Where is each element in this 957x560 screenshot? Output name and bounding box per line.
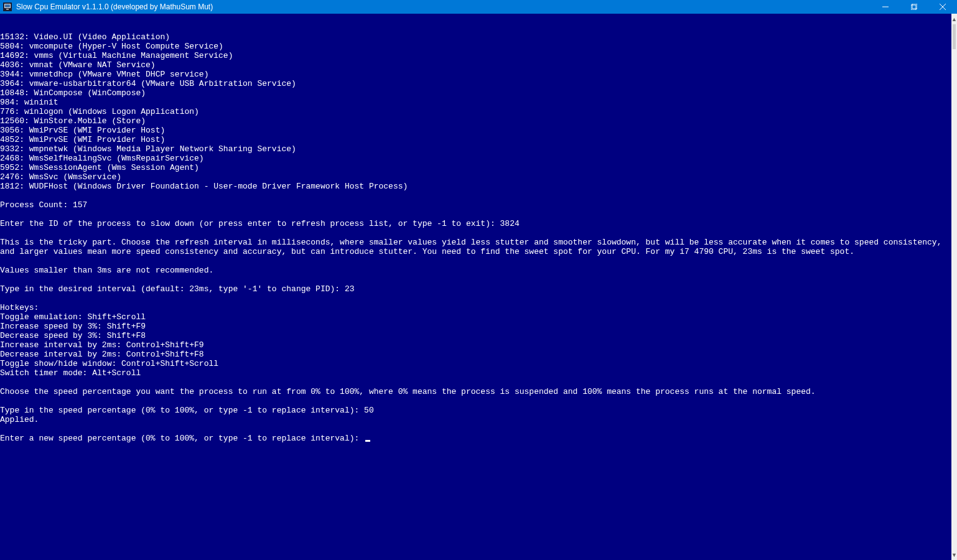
svg-rect-3 bbox=[6, 9, 9, 10]
svg-rect-5 bbox=[911, 5, 916, 10]
scroll-thumb[interactable] bbox=[953, 24, 956, 49]
svg-rect-2 bbox=[5, 4, 10, 7]
svg-rect-6 bbox=[912, 4, 917, 9]
console-output[interactable]: 15132: Video.UI (Video Application) 5804… bbox=[0, 14, 951, 560]
app-icon bbox=[2, 2, 12, 12]
scroll-up-arrow-icon[interactable]: ▲ bbox=[951, 14, 957, 24]
window-title: Slow Cpu Emulator v1.1.1.0 (developed by… bbox=[16, 2, 213, 11]
maximize-button[interactable] bbox=[900, 0, 928, 14]
vertical-scrollbar[interactable]: ▲ ▼ bbox=[951, 14, 957, 560]
scroll-track[interactable] bbox=[951, 24, 957, 549]
minimize-button[interactable] bbox=[871, 0, 900, 14]
close-button[interactable] bbox=[928, 0, 957, 14]
app-window: Slow Cpu Emulator v1.1.1.0 (developed by… bbox=[0, 0, 957, 560]
text-cursor bbox=[365, 440, 370, 442]
scroll-down-arrow-icon[interactable]: ▼ bbox=[951, 549, 957, 560]
client-area: 15132: Video.UI (Video Application) 5804… bbox=[0, 14, 957, 560]
title-bar[interactable]: Slow Cpu Emulator v1.1.1.0 (developed by… bbox=[0, 0, 957, 14]
